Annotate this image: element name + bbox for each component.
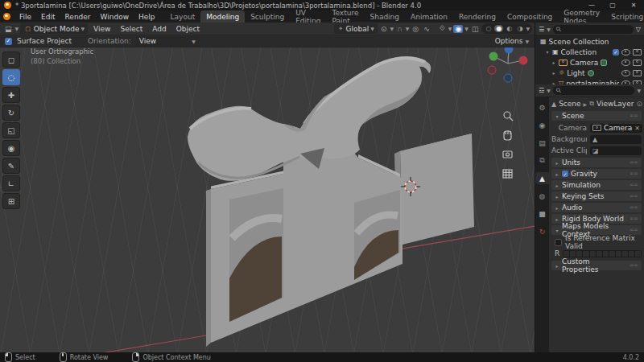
filter-icon[interactable]: ▽ (636, 26, 641, 33)
outliner-row-camera[interactable]: ▸ Camera (535, 57, 644, 68)
tab-viewlayer-properties[interactable]: ⧉ (535, 154, 549, 167)
disclosure-icon[interactable]: ▸ (551, 60, 556, 65)
viewport-menu-add[interactable]: Add (148, 25, 170, 33)
menu-edit[interactable]: Edit (36, 13, 60, 21)
display-mode-icon[interactable]: ☰ (539, 26, 544, 33)
tab-layout[interactable]: Layout (165, 10, 201, 23)
section-scene[interactable]: ▾ Scene ══ (551, 111, 642, 121)
drag-handle-icon[interactable]: ══ (630, 113, 638, 119)
shading-wireframe-icon[interactable]: ○ (484, 25, 493, 32)
menu-file[interactable]: File (14, 13, 36, 21)
camera-view-icon[interactable] (503, 151, 512, 158)
drag-handle-icon[interactable]: ══ (630, 182, 638, 188)
disclosure-icon[interactable]: ▾ (545, 49, 550, 55)
section-keying-sets[interactable]: ▸ Keying Sets ══ (551, 191, 642, 201)
navigation-gizmo[interactable] (488, 45, 528, 83)
disclosure-icon[interactable]: ▸ (551, 70, 556, 76)
outliner-row-collection[interactable]: ▾ ▣ Collection ✓ (535, 47, 644, 57)
options-dropdown[interactable]: Options ▼ (495, 37, 530, 45)
tab-physics-properties[interactable]: ↻ (535, 225, 549, 237)
disable-render-icon[interactable] (633, 49, 642, 56)
viewport-menu-select[interactable]: Select (116, 25, 147, 33)
clear-icon[interactable]: ✕ (634, 125, 640, 132)
gizmo-y-axis[interactable] (489, 52, 498, 61)
hide-viewport-icon[interactable] (621, 49, 630, 56)
section-gravity[interactable]: ▸ ✓ Gravity ══ (551, 169, 642, 179)
shading-solid-icon[interactable]: ● (494, 25, 503, 32)
tab-uv-editing[interactable]: UV Editing (290, 10, 326, 23)
tab-output-properties[interactable]: ▤ (535, 137, 549, 149)
active-clip-field-input[interactable]: ◪ (590, 146, 642, 155)
tab-shading[interactable]: Shading (364, 10, 405, 23)
menu-help[interactable]: Help (134, 13, 160, 21)
surface-project-checkbox[interactable]: ✓ (5, 38, 12, 45)
section-custom-properties[interactable]: ▸ Custom Properties ══ (551, 261, 642, 270)
editor-type-icon[interactable]: ⬓ (3, 25, 14, 33)
tool-measure[interactable]: ∟ (2, 175, 20, 191)
tool-move[interactable]: ✚ (2, 87, 20, 103)
pivot-point-icon[interactable]: ⊙ (379, 25, 389, 33)
drag-handle-icon[interactable]: ══ (630, 171, 638, 177)
close-button[interactable]: ✕ (623, 0, 644, 10)
falloff-curve-icon[interactable]: ∿ (422, 25, 431, 33)
zoom-view-icon[interactable] (504, 112, 513, 121)
is-reference-matrix-valid-checkbox[interactable] (555, 239, 562, 246)
shading-material-icon[interactable]: ◐ (505, 25, 514, 32)
drag-handle-icon[interactable]: ══ (630, 204, 638, 211)
pan-view-icon[interactable] (504, 130, 511, 140)
collection-checkbox[interactable]: ✓ (613, 49, 619, 56)
transform-orientation-dropdown[interactable]: ⌖ Global ▼ (334, 23, 378, 34)
tab-geometry-nodes[interactable]: Geometry Nodes (558, 10, 605, 23)
tab-render-properties[interactable]: ◉ (535, 119, 549, 131)
tab-object-properties[interactable]: ■ (535, 208, 549, 220)
matrix-value-field[interactable] (563, 250, 642, 257)
drag-handle-icon[interactable]: ══ (630, 193, 638, 200)
drag-handle-icon[interactable]: ══ (630, 216, 638, 222)
tab-animation[interactable]: Animation (405, 10, 453, 23)
tab-scene-properties[interactable]: ▲ (535, 172, 549, 184)
chevron-down-icon[interactable]: ▼ (637, 88, 641, 93)
outliner-row-scene-collection[interactable]: ▦ Scene Collection (535, 36, 644, 47)
viewport-3d[interactable]: ⬓ ▼ ▢ Object Mode ▼ View Select Add Obje… (0, 23, 535, 352)
tab-tool-properties[interactable]: ⚙ (535, 101, 549, 113)
tab-texture-paint[interactable]: Texture Paint (327, 10, 365, 23)
drag-handle-icon[interactable]: ══ (630, 227, 638, 233)
tool-add-cube[interactable]: ⊞ (2, 193, 20, 209)
gravity-checkbox[interactable]: ✓ (562, 171, 568, 177)
properties-editor-icon[interactable]: ☲ (539, 87, 544, 94)
tool-annotate[interactable]: ✎ (2, 158, 20, 174)
pin-icon[interactable]: ⊙ (636, 100, 642, 108)
tab-rendering[interactable]: Rendering (453, 10, 502, 23)
section-simulation[interactable]: ▸ Simulation ══ (551, 180, 642, 190)
viewport-menu-view[interactable]: View (89, 25, 114, 33)
orientation-dropdown[interactable]: View ▼ (136, 36, 199, 47)
disable-render-icon[interactable] (633, 60, 642, 66)
tool-scale[interactable]: ◱ (2, 122, 20, 138)
proportional-edit-icon[interactable]: ◎ (411, 25, 420, 33)
tab-compositing[interactable]: Compositing (502, 10, 558, 23)
hide-viewport-icon[interactable] (621, 70, 630, 76)
tab-modeling[interactable]: Modeling (200, 10, 245, 23)
menu-window[interactable]: Window (96, 13, 134, 21)
menu-render[interactable]: Render (60, 13, 96, 21)
tool-cursor[interactable]: ◌ (2, 69, 20, 85)
tool-transform[interactable]: ◉ (2, 140, 20, 156)
hide-viewport-icon[interactable] (621, 60, 630, 66)
xray-toggle-icon[interactable]: ◫ (470, 25, 481, 33)
gizmo-neg-z-axis[interactable] (504, 74, 512, 82)
viewport-canvas[interactable] (0, 23, 535, 352)
maximize-button[interactable]: ▢ (602, 0, 623, 10)
viewport-menu-object[interactable]: Object (172, 25, 204, 33)
camera-field-input[interactable]: Camera ✕ (590, 124, 642, 133)
properties-search-input[interactable]: ⚲ (553, 86, 635, 95)
disable-render-icon[interactable] (633, 70, 642, 76)
outliner-search-input[interactable]: ⚲ (553, 25, 634, 34)
outliner-row-light[interactable]: ▸ ☼ Light (535, 68, 644, 78)
tab-sculpting[interactable]: Sculpting (245, 10, 290, 23)
drag-handle-icon[interactable]: ══ (630, 159, 638, 166)
mode-dropdown[interactable]: ▢ Object Mode ▼ (20, 23, 88, 34)
section-units[interactable]: ▸ Units ══ (551, 158, 642, 167)
show-gizmos-icon[interactable]: ⟐ (438, 24, 447, 33)
drag-handle-icon[interactable]: ══ (630, 262, 638, 269)
tool-select-box[interactable]: ◻ (2, 51, 20, 68)
